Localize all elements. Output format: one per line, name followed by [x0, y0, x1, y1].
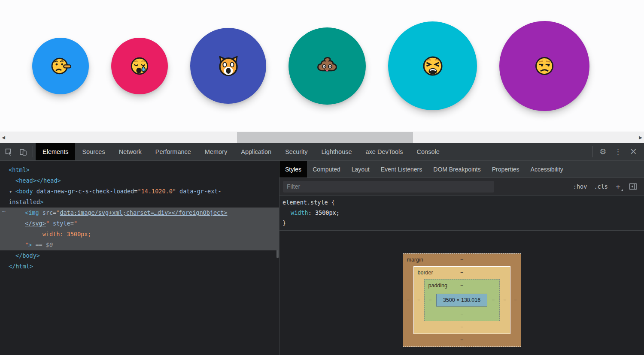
code-segment: installed — [9, 199, 40, 205]
devtools-toolbar: Elements Sources Network Performance Mem… — [0, 143, 644, 161]
tab-accessibility[interactable]: Accessibility — [525, 161, 569, 178]
box-model-border[interactable]: border − − padding − — [413, 266, 510, 334]
code-segment: = — [134, 188, 137, 195]
tree-expand-arrow-icon[interactable]: ▼ — [9, 187, 12, 197]
border-top-value[interactable]: − — [460, 270, 463, 276]
toolbar-divider — [33, 146, 33, 157]
scroll-right-arrow-icon[interactable]: ▶ — [637, 132, 644, 143]
padding-label: padding — [428, 280, 448, 292]
code-segment: <html> — [9, 166, 30, 173]
emoji-circle-sleepy-face[interactable] — [111, 38, 168, 94]
tab-dom-breakpoints[interactable]: DOM Breakpoints — [428, 161, 486, 178]
tab-styles[interactable]: Styles — [279, 161, 307, 178]
code-line[interactable]: <html> — [0, 165, 279, 175]
box-model-margin[interactable]: margin − − border − − — [403, 253, 521, 347]
code-segment: " — [74, 220, 77, 227]
code-segment: src — [43, 209, 53, 216]
close-devtools-icon[interactable]: × — [626, 145, 641, 158]
code-segment: style — [53, 220, 70, 227]
device-toolbar-icon[interactable] — [18, 147, 28, 157]
tab-application[interactable]: Application — [234, 143, 278, 160]
weary-cat-emoji-icon — [215, 53, 242, 79]
tab-console[interactable]: Console — [410, 143, 447, 160]
tab-elements[interactable]: Elements — [36, 143, 75, 160]
class-toggle[interactable]: .cls — [594, 183, 608, 190]
border-label: border — [418, 267, 433, 279]
margin-right-value[interactable]: − — [514, 297, 517, 303]
pile-of-poo-emoji-icon — [315, 54, 339, 78]
toggle-sidebar-pane-icon[interactable] — [628, 182, 638, 191]
box-model-padding[interactable]: padding − − 3500 × 138.016 — [424, 279, 500, 321]
code-segment: " — [25, 241, 28, 248]
style-selector: element.style — [283, 199, 328, 206]
padding-right-value[interactable]: − — [492, 297, 495, 303]
scrollbar-thumb[interactable] — [237, 132, 413, 143]
code-segment: <img — [25, 209, 43, 216]
more-options-kebab-icon[interactable]: ⋮ — [611, 146, 625, 157]
toolbar-divider — [592, 146, 592, 157]
emoji-circle-unamused-face[interactable] — [499, 21, 589, 111]
tab-event-listeners[interactable]: Event Listeners — [375, 161, 428, 178]
tab-axe-devtools[interactable]: axe DevTools — [359, 143, 410, 160]
tab-performance[interactable]: Performance — [149, 143, 198, 160]
new-style-rule-button[interactable]: + — [615, 183, 621, 191]
emoji-circle-weary-cat[interactable] — [190, 28, 266, 104]
code-line[interactable]: ⋯<img src="data:image/svg+xml;charset=…d… — [0, 208, 279, 250]
tab-computed[interactable]: Computed — [307, 161, 346, 178]
code-segment: <head></head> — [15, 177, 61, 184]
code-line[interactable]: <head></head> — [0, 175, 279, 186]
css-property-name[interactable]: width — [291, 209, 308, 216]
tab-memory[interactable]: Memory — [198, 143, 234, 160]
border-bottom-value[interactable]: − — [460, 324, 463, 330]
settings-gear-icon[interactable]: ⚙ — [596, 146, 610, 157]
code-segment: </html> — [9, 263, 33, 270]
pseudo-state-toggle[interactable]: :hov — [573, 183, 587, 190]
webpage-viewport — [0, 0, 644, 132]
code-line[interactable]: </html> — [0, 261, 279, 272]
element-style-rule[interactable]: element.style { width: 3500px; } — [279, 196, 644, 231]
lying-face-emoji-icon — [49, 55, 72, 77]
code-segment — [49, 220, 53, 227]
unamused-face-emoji-icon — [533, 54, 556, 78]
padding-bottom-value[interactable]: − — [460, 311, 463, 317]
code-segment: == $0 — [32, 241, 53, 248]
code-segment: width: 3500px; — [25, 231, 91, 238]
code-segment: </body> — [15, 252, 40, 259]
padding-left-value[interactable]: − — [429, 297, 432, 303]
code-segment: data-gr-ext- — [179, 188, 222, 195]
tab-properties[interactable]: Properties — [486, 161, 525, 178]
margin-top-value[interactable]: − — [460, 257, 463, 263]
code-segment: = — [70, 220, 74, 227]
tab-sources[interactable]: Sources — [75, 143, 112, 160]
code-line[interactable]: </body> — [0, 250, 279, 261]
margin-left-value[interactable]: − — [407, 297, 410, 303]
code-line[interactable]: ▼<body data-new-gr-c-s-check-loaded="14.… — [0, 186, 279, 208]
margin-bottom-value[interactable]: − — [460, 337, 463, 343]
box-model-content[interactable]: 3500 × 138.016 — [436, 294, 487, 307]
emoji-circle-lying-face[interactable] — [32, 38, 89, 94]
tab-security[interactable]: Security — [278, 143, 314, 160]
border-right-value[interactable]: − — [503, 297, 506, 303]
tab-network[interactable]: Network — [112, 143, 149, 160]
tab-layout[interactable]: Layout — [346, 161, 375, 178]
code-segment — [176, 188, 179, 195]
sidebar-tab-bar: Styles Computed Layout Event Listeners D… — [279, 161, 644, 178]
scroll-left-arrow-icon[interactable]: ◀ — [0, 132, 7, 143]
emoji-circle-tired-face[interactable] — [388, 21, 477, 110]
tab-lighthouse[interactable]: Lighthouse — [315, 143, 359, 160]
inspect-element-icon[interactable] — [3, 147, 14, 157]
css-property-value[interactable]: 3500px; — [315, 209, 340, 216]
border-left-value[interactable]: − — [417, 297, 420, 303]
styles-sidebar: Styles Computed Layout Event Listeners D… — [279, 161, 644, 355]
more-actions-icon[interactable]: ⋯ — [2, 206, 6, 217]
code-segment: data-new-gr-c-s-check-loaded — [36, 188, 134, 195]
code-segment: > — [40, 199, 43, 205]
code-segment: data:image/svg+xml;charset=…div></foreig… — [60, 209, 227, 216]
horizontal-scrollbar[interactable]: ◀ ▶ — [0, 132, 644, 143]
tired-face-emoji-icon — [420, 54, 445, 78]
emoji-circle-pile-of-poo[interactable] — [289, 27, 366, 105]
sleepy-face-emoji-icon — [128, 55, 151, 77]
devtools-panel: Elements Sources Network Performance Mem… — [0, 143, 644, 355]
padding-top-value[interactable]: − — [460, 283, 463, 289]
filter-input[interactable] — [283, 181, 494, 193]
